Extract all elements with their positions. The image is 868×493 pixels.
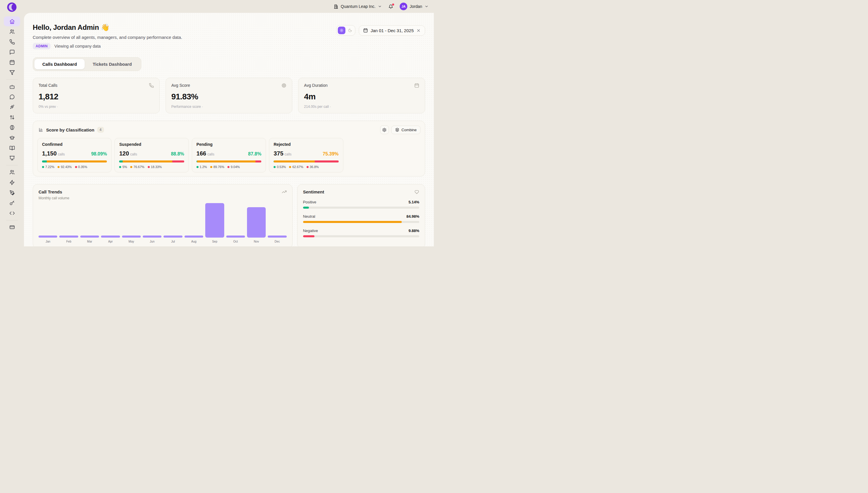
org-selector[interactable]: Quantum Leap Inc. — [334, 4, 382, 9]
dark-mode-button[interactable] — [346, 27, 354, 34]
sidebar-item-bot[interactable] — [4, 82, 20, 91]
distribution-legend: 0.53% 62.67% 36.8% — [274, 165, 338, 169]
org-name: Quantum Leap Inc. — [341, 4, 375, 9]
dashboard-tabs: Calls Dashboard Tickets Dashboard — [33, 57, 141, 71]
page-title: Hello, Jordan Admin 👋 — [33, 23, 182, 31]
message-circle-icon — [9, 94, 15, 100]
light-mode-button[interactable] — [338, 27, 345, 34]
sparkles-icon — [9, 104, 15, 110]
monthly-bar-chart — [39, 203, 287, 238]
heart-icon — [414, 189, 419, 194]
calls-count: 166 — [197, 150, 206, 157]
score-value: 75.39% — [323, 151, 338, 157]
tab-tickets-dashboard[interactable]: Tickets Dashboard — [85, 59, 140, 69]
chart-bar-Jun — [143, 236, 161, 238]
avatar: JA — [400, 3, 407, 10]
app-logo[interactable] — [7, 2, 17, 12]
month-label: Oct — [226, 240, 245, 243]
combine-button[interactable]: Combine — [391, 126, 420, 134]
classification-card-suspended: Suspended 120calls 88.8% 5% 76.67% 18.33… — [114, 138, 189, 172]
sidebar-item-users[interactable] — [4, 27, 20, 37]
sentiment-row-negative: Negative 9.88% — [303, 229, 419, 237]
classification-card-confirmed: Confirmed 1,150calls 98.09% 7.22% 92.43%… — [37, 138, 112, 172]
chart-column — [101, 203, 120, 238]
users-2-icon — [9, 170, 15, 175]
stat-title: Avg Duration — [304, 83, 327, 88]
tab-calls-dashboard[interactable]: Calls Dashboard — [35, 59, 85, 69]
distribution-bar — [197, 160, 261, 163]
chart-column — [205, 203, 224, 238]
theme-toggle — [336, 25, 355, 36]
classification-settings-button[interactable] — [380, 125, 389, 134]
sidebar-item-presentation[interactable] — [4, 153, 20, 163]
calendar-icon — [414, 83, 419, 88]
date-range-picker[interactable]: Jan 01 - Dec 31, 2025 — [359, 25, 425, 36]
call-trends-card: Call Trends Monthly call volume JanFebMa… — [33, 184, 293, 246]
month-label: Sep — [205, 240, 224, 243]
page-subtitle: Complete overview of all agents, manager… — [33, 35, 182, 40]
sentiment-row-neutral: Neutral 84.98% — [303, 214, 419, 223]
role-note: Viewing all company data — [54, 44, 101, 48]
distribution-bar — [42, 160, 107, 163]
score-value: 98.09% — [91, 151, 107, 157]
book-open-icon — [9, 145, 15, 151]
sidebar-item-pen-tool[interactable] — [4, 188, 20, 197]
chart-subtitle: Monthly call volume — [39, 196, 69, 200]
clear-date-icon[interactable] — [416, 28, 421, 33]
users-icon — [9, 29, 15, 35]
sidebar-item-message-circle[interactable] — [4, 92, 20, 102]
user-menu[interactable]: JA Jordan — [400, 3, 429, 10]
notifications-button[interactable] — [388, 4, 393, 9]
sidebar-item-key[interactable] — [4, 198, 20, 208]
distribution-legend: 7.22% 92.43% 0.35% — [42, 165, 107, 169]
gear-icon — [382, 128, 387, 132]
chart-bar-Jan — [39, 236, 57, 238]
month-label: Jun — [143, 240, 161, 243]
chart-bar-Jul — [163, 236, 182, 238]
sidebar-item-message-square[interactable] — [4, 47, 20, 57]
sidebar-item-book-open[interactable] — [4, 143, 20, 153]
chart-bar-Apr — [101, 236, 120, 238]
credit-card-icon — [9, 224, 15, 230]
sidebar-item-phone[interactable] — [4, 37, 20, 47]
chart-bar-Oct — [226, 236, 245, 238]
message-square-icon — [9, 49, 15, 55]
sidebar-item-brain[interactable] — [4, 123, 20, 132]
sidebar-item-credit-card[interactable] — [4, 222, 20, 232]
combine-label: Combine — [402, 128, 417, 132]
calls-count: 375 — [274, 150, 283, 157]
distribution-legend: 1.2% 89.76% 9.04% — [197, 165, 261, 169]
chart-column — [143, 203, 161, 238]
target-icon — [281, 83, 287, 88]
sidebar-item-filter[interactable] — [4, 67, 20, 78]
brain-icon — [9, 125, 15, 130]
month-label: Aug — [184, 240, 203, 243]
sidebar-item-users-2[interactable] — [4, 167, 20, 177]
stat-value: 4m — [304, 92, 419, 101]
layers-icon — [395, 128, 399, 132]
stat-card-total-calls: Total Calls 1,812 0% vs prev · — [33, 78, 160, 113]
section-title: Score by Classification — [46, 127, 94, 132]
distribution-bar — [119, 160, 184, 163]
sidebar-item-home[interactable] — [4, 16, 20, 26]
sidebar-item-zap[interactable] — [4, 177, 20, 187]
chart-bar-Nov — [247, 207, 266, 238]
chart-column — [226, 203, 245, 238]
stat-subtext: 0% vs prev · — [39, 105, 154, 109]
sidebar-item-arrow-up-down[interactable] — [4, 112, 20, 122]
chart-title: Call Trends — [39, 189, 69, 194]
calendar-icon — [363, 28, 368, 33]
pen-tool-icon — [9, 190, 15, 195]
chart-column — [268, 203, 287, 238]
sidebar-item-graduation-cap[interactable] — [4, 133, 20, 143]
sidebar-item-code[interactable] — [4, 208, 20, 218]
month-label: Nov — [247, 240, 266, 243]
stat-subtext: Performance score · — [172, 105, 287, 109]
sun-icon — [340, 28, 344, 33]
graduation-cap-icon — [9, 135, 15, 141]
sidebar-item-sparkles[interactable] — [4, 102, 20, 112]
chart-bar-Aug — [184, 236, 203, 238]
chart-bar-Dec — [268, 236, 287, 238]
sidebar-item-calendar[interactable] — [4, 57, 20, 67]
phone-icon — [149, 83, 154, 88]
